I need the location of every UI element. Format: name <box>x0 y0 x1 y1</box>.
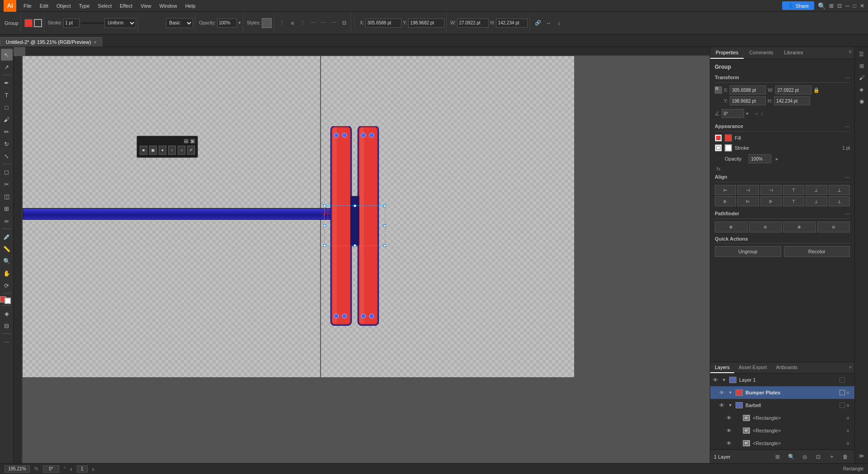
doc-tab-active[interactable]: Untitled-2* @ 195.21% (RGB/Preview) × <box>0 37 102 47</box>
brush-select[interactable]: Basic <box>166 18 193 28</box>
angle-arrow-icon[interactable]: ▾ <box>746 111 749 117</box>
tab-comments[interactable]: Comments <box>744 47 778 59</box>
pen-tool[interactable]: ✒ <box>1 77 13 89</box>
fill-color-swatch[interactable] <box>24 19 33 27</box>
layer-new-btn[interactable]: + <box>826 451 837 462</box>
stroke-color-btn[interactable] <box>5 298 11 304</box>
maximize-icon[interactable]: □ <box>853 3 856 9</box>
eyedropper-tool[interactable]: 💉 <box>1 231 13 242</box>
layer-item-bumper-plates[interactable]: 👁 ▼ Bumper Plates ○ <box>710 386 854 399</box>
distribute-right-btn[interactable]: ⊪ <box>760 196 782 206</box>
link-dimensions-btn[interactable]: 🔗 <box>533 19 542 28</box>
distribute-bottom-btn[interactable]: ⊥ <box>829 196 850 206</box>
recolor-button[interactable]: Recolor <box>784 246 850 257</box>
angle-status-input[interactable] <box>43 465 59 473</box>
rect1-eye-icon[interactable]: 👁 <box>726 415 734 421</box>
transform-reference-point[interactable] <box>715 86 722 94</box>
distribute-left-btn[interactable]: ⊪ <box>715 196 736 206</box>
paintbrush-tool[interactable]: 🖌 <box>1 114 13 125</box>
menu-edit[interactable]: Edit <box>36 2 52 9</box>
nav-next-btn[interactable]: › <box>92 465 94 473</box>
float-icon-paint[interactable]: ✐ <box>187 146 195 155</box>
panel-collapse-btn[interactable]: ≡ <box>846 47 854 59</box>
new-artboard-btn[interactable]: ⊞ <box>772 451 783 462</box>
float-toolbar-minimize[interactable]: ─ <box>184 139 189 143</box>
canvas-viewport[interactable]: ─ ✕ ■ ▣ ● ○ ☆ ✐ <box>23 56 710 463</box>
pf-minus-btn[interactable]: ⊖ <box>749 222 782 232</box>
layer-locate-btn[interactable]: ◎ <box>799 451 810 462</box>
tab-close-btn[interactable]: × <box>94 40 96 45</box>
pathfinder-options-btn[interactable]: ··· <box>844 210 850 217</box>
layer-item-rect2[interactable]: 👁 ▶ <Rectangle> ○ <box>710 424 854 437</box>
bumper-target[interactable]: ○ <box>846 390 852 395</box>
more-tools-btn[interactable]: ··· <box>1 336 13 347</box>
align-top-edges-btn[interactable]: ⊤ <box>783 185 804 195</box>
resize-icon[interactable]: ⊡ <box>837 3 842 9</box>
layer-collect-btn[interactable]: ⊡ <box>813 451 824 462</box>
layer-item-barbell[interactable]: 👁 ▼ Barbell ○ <box>710 399 854 412</box>
menu-help[interactable]: Help <box>182 2 199 9</box>
distribute-center-v-btn[interactable]: ⊥ <box>806 196 827 206</box>
pencil-tool[interactable]: ✏ <box>1 126 13 137</box>
layer1-eye-icon[interactable]: 👁 <box>713 377 720 383</box>
brushes-panel-toggle[interactable]: 🖌 <box>856 72 867 83</box>
nav-prev-btn[interactable]: ‹ <box>70 465 72 473</box>
rotate-tool[interactable]: ↻ <box>1 138 13 150</box>
menu-window[interactable]: Window <box>156 2 181 9</box>
float-toolbar-close[interactable]: ✕ <box>190 139 195 143</box>
fill-type-icon[interactable] <box>715 134 722 142</box>
menu-effect[interactable]: Effect <box>116 2 136 9</box>
close-icon[interactable]: ✕ <box>860 3 864 9</box>
direct-select-tool[interactable]: ↗ <box>1 61 13 73</box>
graphic-styles-toggle[interactable]: ◉ <box>856 96 867 107</box>
ty-input[interactable] <box>730 96 766 105</box>
measure-tool[interactable]: 📏 <box>1 243 13 255</box>
layers-tab-artboards[interactable]: Artboards <box>771 362 802 373</box>
align-center-v-btn[interactable]: ⋯ <box>319 19 328 28</box>
barbell-bar[interactable] <box>23 208 339 220</box>
text-tool[interactable]: T <box>1 89 13 101</box>
flip-h-icon[interactable]: ↔ <box>754 111 759 116</box>
ungroup-button[interactable]: Ungroup <box>715 246 781 257</box>
align-center-h-btn[interactable]: ≡ <box>288 19 297 28</box>
menu-file[interactable]: File <box>20 2 35 9</box>
menu-object[interactable]: Object <box>53 2 75 9</box>
th-input[interactable] <box>774 96 810 105</box>
flip-v-btn[interactable]: ↕ <box>554 19 563 28</box>
rotate-view-tool[interactable]: ⟳ <box>1 280 13 291</box>
tw-input[interactable] <box>775 85 811 95</box>
layers-tab-layers[interactable]: Layers <box>710 362 734 373</box>
flip-h-btn[interactable]: ↔ <box>544 19 553 28</box>
tab-libraries[interactable]: Libraries <box>778 47 808 59</box>
align-left-btn[interactable]: ⋮ <box>278 19 287 28</box>
select-tool[interactable]: ↖ <box>1 49 13 61</box>
align-center-horizontal-btn[interactable]: ⊣ <box>737 185 759 195</box>
stroke-appearance-swatch[interactable] <box>725 144 732 152</box>
barbell-expand-icon[interactable]: ▼ <box>728 403 734 408</box>
tab-properties[interactable]: Properties <box>710 47 744 59</box>
layer1-visibility[interactable] <box>846 377 852 383</box>
minimize-icon[interactable]: ─ <box>845 3 849 9</box>
fill-appearance-swatch[interactable] <box>725 134 732 142</box>
float-icon-star[interactable]: ☆ <box>178 146 185 155</box>
opacity-arrow-icon[interactable]: ▾ <box>238 20 241 26</box>
canvas-area[interactable]: ─ ✕ ■ ▣ ● ○ ☆ ✐ <box>14 47 710 463</box>
align-bottom-edges-btn[interactable]: ⊥ <box>829 185 850 195</box>
layer-item-rect1[interactable]: 👁 ▶ <Rectangle> ○ <box>710 412 854 424</box>
grid-icon[interactable]: ⊞ <box>829 3 834 9</box>
properties-panel-toggle[interactable]: ☰ <box>856 49 867 60</box>
transform-options-btn[interactable]: ··· <box>844 74 850 81</box>
bumper-expand-icon[interactable]: ▼ <box>728 390 734 395</box>
menu-view[interactable]: View <box>137 2 155 9</box>
collapse-panels-btn[interactable]: ≫ <box>856 450 867 461</box>
float-icon-ellipse[interactable]: ○ <box>168 146 176 155</box>
pf-exclude-btn[interactable]: ⊘ <box>817 222 850 232</box>
align-top-btn[interactable]: ⋯ <box>309 19 318 28</box>
stroke-type-icon[interactable] <box>715 144 722 152</box>
eraser-tool[interactable]: ◻ <box>1 166 13 178</box>
menu-select[interactable]: Select <box>94 2 115 9</box>
distribute-btn[interactable]: ⊡ <box>340 19 349 28</box>
layer-item-rect3[interactable]: 👁 ▶ <Rectangle> ○ <box>710 437 854 450</box>
rect3-target[interactable]: ○ <box>846 441 852 446</box>
rect2-eye-icon[interactable]: 👁 <box>726 428 734 433</box>
